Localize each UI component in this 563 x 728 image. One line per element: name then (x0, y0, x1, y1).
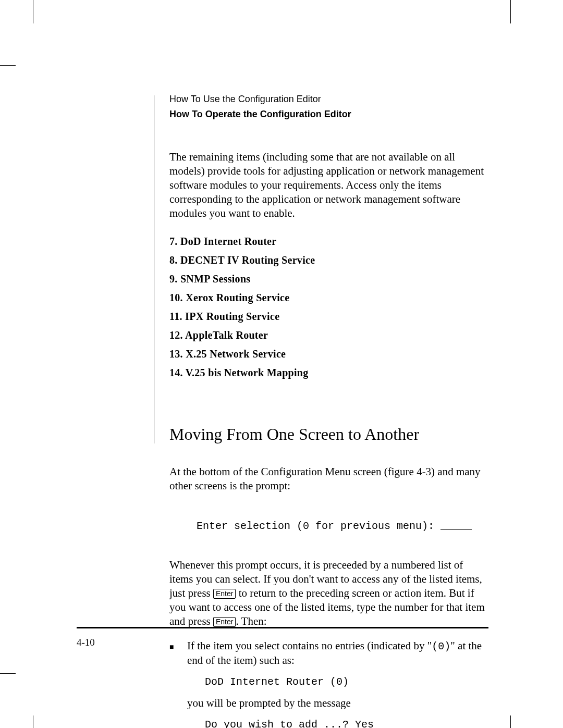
menu-item: 13. X.25 Network Service (169, 344, 488, 363)
running-head-chapter: How To Use the Configuration Editor (169, 94, 488, 105)
running-head-section: How To Operate the Configuration Editor (169, 109, 488, 120)
menu-item: 12. AppleTalk Router (169, 326, 488, 344)
body-paragraph: Whenever this prompt occurs, it is prece… (169, 558, 488, 628)
menu-item: 7. DoD Internet Router (169, 232, 488, 251)
bullet-square-icon: ■ (169, 639, 187, 728)
menu-item: 11. IPX Routing Service (169, 307, 488, 326)
crop-mark (0, 673, 16, 674)
crop-mark (510, 0, 511, 23)
code-line: DoD Internet Router (0) (205, 675, 488, 689)
menu-item: 9. SNMP Sessions (169, 269, 488, 288)
page-number: 4-10 (77, 637, 95, 648)
menu-item: 14. V.25 bis Network Mapping (169, 363, 488, 382)
content-area: How To Use the Configuration Editor How … (169, 94, 488, 728)
bullet-body: If the item you select contains no entri… (187, 639, 488, 728)
crop-mark (33, 0, 33, 23)
menu-items-list: 7. DoD Internet Router 8. DECNET IV Rout… (169, 232, 488, 382)
section-heading: Moving From One Screen to Another (169, 425, 488, 444)
keycap-enter: Enter (213, 589, 236, 599)
margin-rule (154, 95, 154, 443)
keycap-enter: Enter (213, 617, 236, 627)
page: How To Use the Configuration Editor How … (0, 0, 563, 728)
bullet-text-line: you will be prompted by the message (187, 696, 488, 710)
menu-item: 10. Xerox Routing Service (169, 288, 488, 307)
crop-mark (0, 65, 16, 66)
menu-item: 8. DECNET IV Routing Service (169, 251, 488, 269)
code-line: Do you wish to add ...? Yes (205, 718, 488, 728)
code-prompt-line: Enter selection (0 for previous menu): _… (197, 520, 488, 532)
crop-mark (510, 715, 511, 728)
bullet-text-line: If the item you select contains no entri… (187, 639, 488, 668)
footer-rule (77, 627, 488, 628)
text-fragment: . Then: (236, 615, 266, 627)
code-inline: (0) (432, 640, 450, 652)
body-paragraph: At the bottom of the Configuration Menu … (169, 465, 488, 493)
bullet-item: ■ If the item you select contains no ent… (169, 639, 488, 728)
text-fragment: If the item you select contains no entri… (187, 639, 432, 652)
intro-paragraph: The remaining items (including some that… (169, 150, 488, 220)
crop-mark (33, 715, 33, 728)
